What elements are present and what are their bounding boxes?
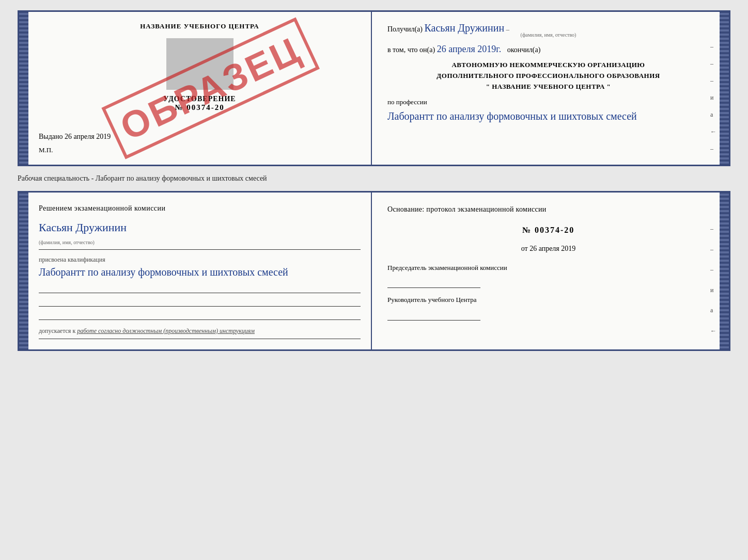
prof-block: по профессии Лаборантт по анализу формов…: [387, 98, 709, 124]
separator-text: Рабочая специальность - Лаборант по анал…: [18, 171, 730, 186]
rukov-label: Руководитель учебного Центра: [387, 295, 709, 305]
bottom-fio-hint: (фамилия, имя, отчество): [39, 239, 95, 245]
prisvoena-label: присвоена квалификация: [39, 255, 361, 264]
okonchil-label: окончил(а): [507, 46, 541, 54]
page-wrapper: НАЗВАНИЕ УЧЕБНОГО ЦЕНТРА УДОСТОВЕРЕНИЕ №…: [18, 10, 730, 351]
org-line1: АВТОНОМНУЮ НЕКОММЕРЧЕСКУЮ ОРГАНИЗАЦИЮ: [387, 60, 709, 71]
dopusk-label: допускается к: [39, 327, 75, 334]
photo-placeholder: [166, 38, 233, 90]
predsedatel-sign: [387, 276, 480, 288]
rukov-block: Руководитель учебного Центра: [387, 295, 709, 320]
bottom-doc-left: Решением экзаменационной комиссии Касьян…: [28, 193, 372, 349]
underline2: [39, 297, 361, 307]
poluchil-label: Получил(а): [387, 25, 423, 33]
vtom-label: в том, что он(а): [387, 46, 435, 54]
top-document: НАЗВАНИЕ УЧЕБНОГО ЦЕНТРА УДОСТОВЕРЕНИЕ №…: [18, 10, 730, 166]
top-doc-right: Получил(а) Касьян Дружинин – (фамилия, и…: [372, 12, 720, 165]
predsedatel-label: Председатель экзаменационной комиссии: [387, 263, 709, 273]
underline3: [39, 311, 361, 320]
ot-line: от 26 апреля 2019: [387, 242, 709, 255]
vydano-label: Выдано: [39, 133, 63, 140]
mp-line: М.П.: [39, 146, 361, 154]
protocol-number: № 00374-20: [387, 223, 709, 238]
vtom-line: в том, что он(а) 26 апреля 2019г. окончи…: [387, 44, 709, 55]
dopusk-value: работе согласно должностным (производств…: [77, 327, 255, 334]
osnov-title: Основание: протокол экзаменационной коми…: [387, 203, 709, 216]
bottom-doc-right: Основание: протокол экзаменационной коми…: [372, 193, 720, 349]
poluchil-name: Касьян Дружинин: [424, 22, 504, 34]
udostoverenie-block: УДОСТОВЕРЕНИЕ № 00374-20: [39, 95, 361, 112]
prof-label: по профессии: [387, 98, 427, 106]
prisvoena-value: Лаборантт по анализу формовочных и шихто…: [39, 264, 361, 280]
vtom-date: 26 апреля 2019г.: [437, 44, 502, 54]
udostoverenie-label: УДОСТОВЕРЕНИЕ: [39, 95, 361, 103]
predsedatel-block: Председатель экзаменационной комиссии: [387, 263, 709, 288]
bottom-right-side-marks: – – – и а ← – – –: [710, 223, 716, 351]
bottom-document: Решением экзаменационной комиссии Касьян…: [18, 191, 730, 351]
org-line2: ДОПОЛНИТЕЛЬНОГО ПРОФЕССИОНАЛЬНОГО ОБРАЗО…: [387, 71, 709, 82]
right-side-marks: – – – и а ← – – –: [710, 43, 716, 166]
prof-value: Лаборантт по анализу формовочных и шихто…: [387, 108, 709, 124]
reshen-title: Решением экзаменационной комиссии: [39, 203, 361, 214]
ot-label: от: [521, 245, 528, 252]
dopusk-block: допускается к работе согласно должностны…: [39, 326, 361, 335]
vydano-date: 26 апреля 2019: [65, 133, 111, 140]
bottom-name: Касьян Дружинин: [39, 219, 361, 236]
org-block: АВТОНОМНУЮ НЕКОММЕРЧЕСКУЮ ОРГАНИЗАЦИЮ ДО…: [387, 60, 709, 92]
right-spine: [720, 12, 729, 165]
top-doc-left: НАЗВАНИЕ УЧЕБНОГО ЦЕНТРА УДОСТОВЕРЕНИЕ №…: [28, 12, 372, 165]
top-title: НАЗВАНИЕ УЧЕБНОГО ЦЕНТРА: [39, 22, 361, 30]
udostoverenie-number: № 00374-20: [39, 103, 361, 112]
underline1: [39, 284, 361, 293]
rukov-sign: [387, 308, 480, 321]
org-line3: " НАЗВАНИЕ УЧЕБНОГО ЦЕНТРА ": [387, 82, 709, 92]
ot-date: 26 апреля 2019: [529, 245, 575, 252]
bottom-left-spine: [19, 193, 28, 349]
bottom-right-spine: [720, 193, 729, 349]
left-spine: [19, 12, 28, 165]
poluchil-line: Получил(а) Касьян Дружинин – (фамилия, и…: [387, 22, 709, 38]
vydano-line: Выдано 26 апреля 2019: [39, 133, 361, 141]
